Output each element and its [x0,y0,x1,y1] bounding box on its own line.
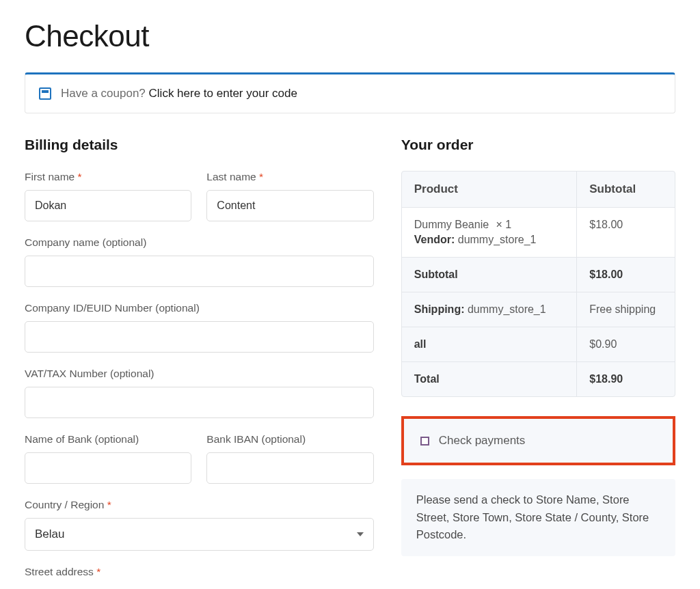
coupon-icon [39,87,51,100]
last-name-input[interactable] [206,190,373,221]
country-select-value: Belau [35,528,64,541]
billing-column: Billing details First name * Last name *… [25,137,374,585]
first-name-input[interactable] [25,190,191,221]
order-shipping-label: Shipping: dummy_store_1 [402,292,577,327]
coupon-banner: Have a coupon? Click here to enter your … [25,72,675,113]
company-name-input[interactable] [25,256,374,287]
company-id-label: Company ID/EUID Number (optional) [25,302,374,314]
street-address-label: Street address * [25,566,374,578]
country-label: Country / Region * [25,499,374,511]
vendor-name: dummy_store_1 [458,234,537,245]
payment-method-check[interactable]: Check payments [401,416,675,465]
vendor-label: Vendor: [414,234,455,245]
order-item-subtotal: $18.00 [576,208,675,257]
order-item-qty: × 1 [496,219,512,230]
first-name-label-text: First name [25,171,75,182]
vat-tax-input[interactable] [25,387,374,418]
coupon-prompt: Have a coupon? Click here to enter your … [61,87,297,100]
chevron-down-icon [357,532,364,536]
street-address-label-text: Street address [25,566,94,577]
order-heading: Your order [401,137,675,153]
coupon-toggle-link[interactable]: Click here to enter your code [149,87,297,100]
order-item-cell: Dummy Beanie × 1 Vendor: dummy_store_1 [402,208,577,257]
required-asterisk: * [96,566,100,577]
company-name-label: Company name (optional) [25,236,374,249]
bank-name-input[interactable] [25,452,191,484]
order-header-product: Product [402,172,577,207]
order-subtotal-value: $18.00 [576,258,675,292]
order-total-value: $18.90 [576,362,675,396]
order-subtotal-label: Subtotal [402,258,577,292]
first-name-label: First name * [25,171,191,183]
order-all-label: all [402,327,577,361]
order-shipping-vendor: dummy_store_1 [468,303,546,315]
order-all-value: $0.90 [576,327,675,361]
order-summary-table: Product Subtotal Dummy Beanie × 1 Vendor… [401,171,675,397]
order-item-name: Dummy Beanie [414,219,489,230]
bank-iban-input[interactable] [206,452,373,484]
coupon-prompt-text: Have a coupon? [61,87,149,100]
required-asterisk: * [259,171,263,182]
bank-iban-label: Bank IBAN (optional) [206,433,373,446]
order-header-subtotal: Subtotal [576,172,675,207]
bank-name-label: Name of Bank (optional) [25,433,191,446]
last-name-label: Last name * [206,171,373,183]
order-shipping-label-text: Shipping: [414,303,465,315]
radio-icon [420,437,429,446]
billing-heading: Billing details [25,137,374,153]
vat-tax-label: VAT/TAX Number (optional) [25,368,374,380]
company-id-input[interactable] [25,321,374,353]
order-shipping-value: Free shipping [576,292,675,327]
required-asterisk: * [78,171,82,182]
order-total-label: Total [402,362,577,396]
country-select[interactable]: Belau [25,518,374,551]
payment-method-label: Check payments [439,434,526,448]
order-column: Your order Product Subtotal Dummy Beanie… [401,137,675,585]
country-label-text: Country / Region [25,499,104,510]
last-name-label-text: Last name [206,171,256,182]
payment-method-description: Please send a check to Store Name, Store… [401,479,675,556]
required-asterisk: * [107,499,111,510]
page-title: Checkout [25,19,675,53]
